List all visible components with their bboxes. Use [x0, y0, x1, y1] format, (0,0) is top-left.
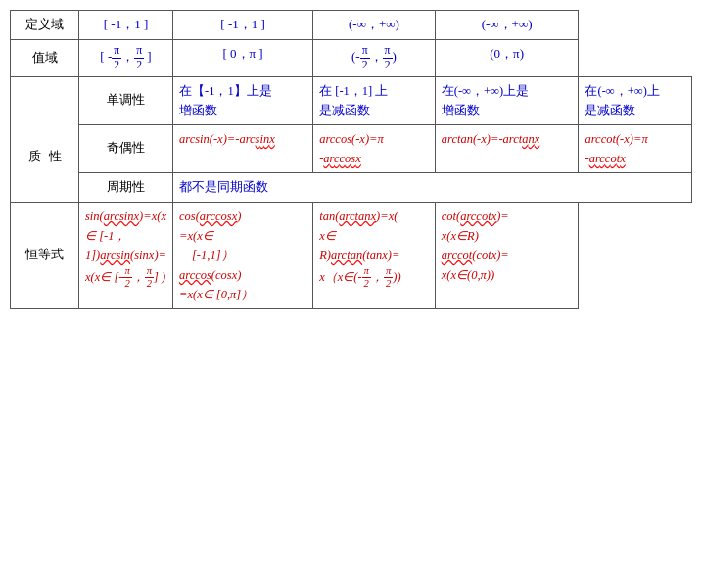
row-parity: 奇偶性 arcsin(-x)=-arcsinx arccos(-x)=π-arc…	[11, 124, 692, 172]
cell-arccos-domain: [ -1，1 ]	[172, 11, 312, 40]
cell-definition-domain-label: 定义域	[11, 11, 79, 40]
cell-arctan-monotonicity: 在(-∞，+∞)上是增函数	[435, 76, 579, 124]
cell-arcsin-domain: [ -1，1 ]	[79, 11, 173, 40]
cell-arccot-identity: cot(arccotx)=x(x∈R)arccot(cotx)=x(x∈(0,π…	[435, 202, 579, 308]
cell-range-label: 值域	[11, 39, 79, 76]
cell-arctan-parity: arctan(-x)=-arctanx	[435, 124, 579, 172]
cell-arccot-monotonicity: 在(-∞，+∞)上是减函数	[579, 76, 692, 124]
cell-periodicity-value: 都不是同期函数	[172, 172, 691, 202]
cell-arctan-identity: tan(arctanx)=x(x∈R)arctan(tanx)=x（x∈(-π2…	[313, 202, 436, 308]
row-periodicity: 周期性 都不是同期函数	[11, 172, 692, 202]
cell-arcsin-range: [ -π2，π2 ]	[79, 39, 173, 76]
cell-arccos-parity: arccos(-x)=π-arccosx	[313, 124, 436, 172]
cell-monotonicity-label: 单调性	[79, 76, 173, 124]
cell-arccos-identity: cos(arccosx)=x(x∈ [-1,1]）arccos(cosx)=x(…	[172, 202, 312, 308]
cell-periodicity-label: 周期性	[79, 172, 173, 202]
cell-arccot-range: (0，π)	[435, 39, 579, 76]
row-identity: 恒等式 sin(arcsinx)=x(x∈ [-1，1])arcsin(sinx…	[11, 202, 692, 308]
cell-arccos-range: [ 0，π ]	[172, 39, 312, 76]
cell-arctan-domain: (-∞，+∞)	[313, 11, 436, 40]
cell-property-label: 性质	[11, 76, 79, 202]
row-definition-domain: 定义域 [ -1，1 ] [ -1，1 ] (-∞，+∞) (-∞，+∞)	[11, 11, 692, 40]
cell-parity-label: 奇偶性	[79, 124, 173, 172]
cell-arcsin-monotonicity: 在【-1，1】上是增函数	[172, 76, 312, 124]
cell-arccos-monotonicity: 在 [-1，1] 上是减函数	[313, 76, 436, 124]
main-table: 定义域 [ -1，1 ] [ -1，1 ] (-∞，+∞) (-∞，+∞) 值域…	[10, 10, 692, 309]
cell-arcsin-identity: sin(arcsinx)=x(x∈ [-1，1])arcsin(sinx)=x(…	[79, 202, 173, 308]
row-range: 值域 [ -π2，π2 ] [ 0，π ] (-π2，π2) (0，π)	[11, 39, 692, 76]
cell-arccot-domain: (-∞，+∞)	[435, 11, 579, 40]
cell-arcsin-parity: arcsin(-x)=-arcsinx	[172, 124, 312, 172]
cell-identity-label: 恒等式	[11, 202, 79, 308]
cell-arccot-parity: arccot(-x)=π-arccotx	[579, 124, 692, 172]
row-monotonicity: 性质 单调性 在【-1，1】上是增函数 在 [-1，1] 上是减函数 在(-∞，…	[11, 76, 692, 124]
cell-arctan-range: (-π2，π2)	[313, 39, 436, 76]
